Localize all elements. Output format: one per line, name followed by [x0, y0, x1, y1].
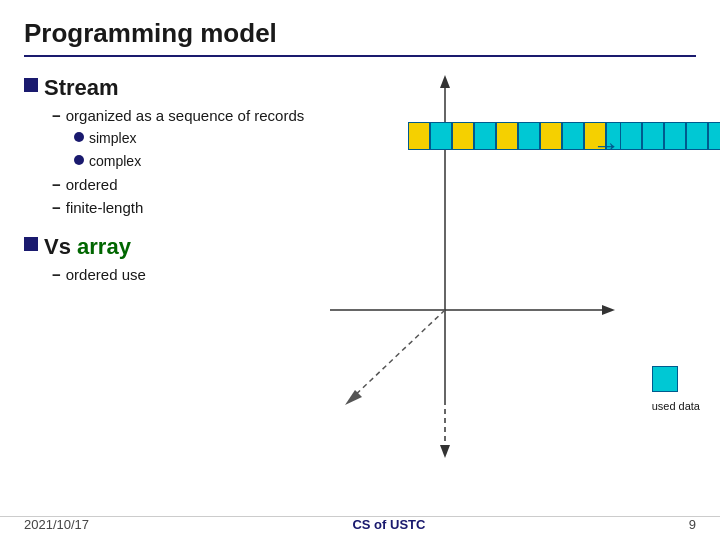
stream-block [474, 122, 496, 150]
stream-label: Stream [44, 75, 119, 101]
square-bullet-icon [24, 78, 38, 92]
stream-bullet: Stream [24, 75, 334, 101]
square-bullet-icon2 [24, 237, 38, 251]
circle-bullet-icon2 [74, 155, 84, 165]
array-block [708, 122, 720, 150]
ordered-use-text: ordered use [66, 264, 146, 285]
ordered-text: ordered [66, 174, 118, 195]
slide-title: Programming model [24, 18, 277, 48]
svg-line-6 [350, 310, 445, 400]
complex-text: complex [89, 151, 141, 172]
dash-icon4: − [52, 264, 61, 285]
stream-block [452, 122, 474, 150]
array-block [686, 122, 708, 150]
array-block [620, 122, 642, 150]
footer-page: 9 [689, 517, 696, 532]
array-blocks [620, 122, 720, 150]
vs-array-bullet: Vs array [24, 234, 334, 260]
finite-text: finite-length [66, 197, 144, 218]
vs-prefix: Vs [44, 234, 77, 259]
array-block [642, 122, 664, 150]
slide: Programming model Stream − organized as … [0, 0, 720, 540]
organized-text: organized as a sequence of records [66, 105, 304, 126]
array-block [664, 122, 686, 150]
diagram-area: → used data [290, 60, 720, 460]
stream-block [496, 122, 518, 150]
footer-center: CS of USTC [352, 517, 425, 532]
stream-block [430, 122, 452, 150]
svg-marker-7 [345, 390, 362, 405]
simplex-text: simplex [89, 128, 136, 149]
footer-date: 2021/10/17 [24, 517, 89, 532]
vs-label: Vs array [44, 234, 131, 260]
svg-marker-3 [440, 445, 450, 458]
svg-marker-1 [440, 75, 450, 88]
circle-bullet-icon [74, 132, 84, 142]
used-data-label: used data [652, 400, 700, 412]
dash-icon3: − [52, 197, 61, 218]
title-area: Programming model [24, 18, 696, 57]
stream-block [408, 122, 430, 150]
footer: 2021/10/17 CS of USTC 9 [0, 516, 720, 532]
stream-block [540, 122, 562, 150]
stream-block [562, 122, 584, 150]
stream-block [518, 122, 540, 150]
array-label: array [77, 234, 131, 259]
svg-marker-5 [602, 305, 615, 315]
used-data-box [652, 366, 678, 392]
dash-icon: − [52, 105, 61, 126]
dash-icon2: − [52, 174, 61, 195]
content-left: Stream − organized as a sequence of reco… [24, 75, 334, 287]
stream-arrow-icon: → [592, 130, 620, 162]
